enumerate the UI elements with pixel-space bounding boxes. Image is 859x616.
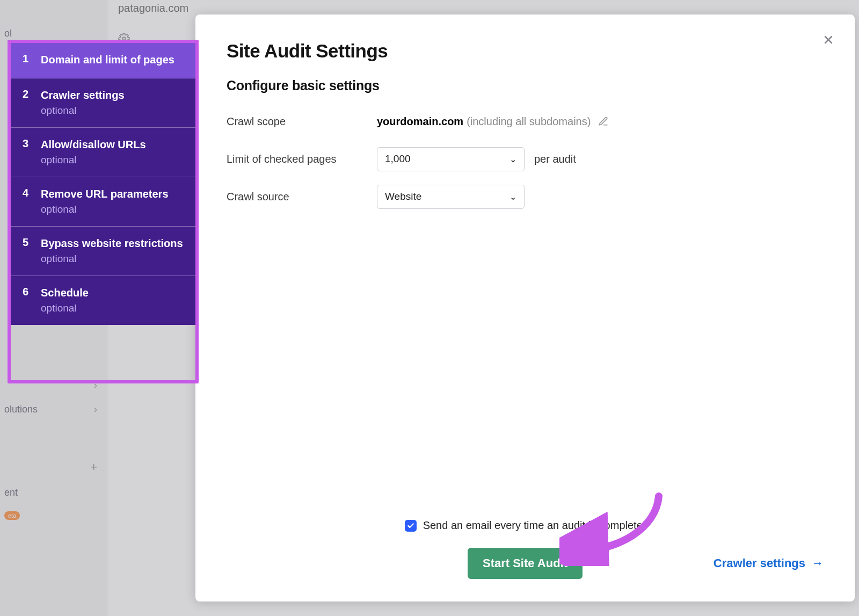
modal-title: Site Audit Settings (227, 40, 824, 62)
wizard-step-2[interactable]: 2Crawler settingsoptional (11, 78, 195, 128)
step-number: 2 (23, 88, 41, 100)
step-label: Allow/disallow URLs (41, 137, 184, 152)
crawl-scope-label: Crawl scope (227, 115, 377, 128)
settings-modal: Site Audit Settings Configure basic sett… (195, 15, 855, 601)
step-sublabel: optional (41, 105, 184, 117)
wizard-step-4[interactable]: 4Remove URL parametersoptional (11, 177, 195, 227)
crawler-settings-link[interactable]: Crawler settings → (714, 556, 824, 570)
modal-subtitle: Configure basic settings (227, 78, 824, 93)
start-audit-button[interactable]: Start Site Audit (468, 548, 583, 579)
step-number: 3 (23, 137, 41, 150)
step-number: 4 (23, 187, 41, 199)
step-label: Bypass website restrictions (41, 236, 184, 251)
step-label: Domain and limit of pages (41, 53, 184, 67)
chevron-down-icon: ⌄ (509, 154, 516, 164)
edit-icon[interactable] (598, 116, 609, 127)
limit-select[interactable]: 1,000 ⌄ (377, 147, 525, 171)
email-checkbox[interactable] (405, 520, 417, 532)
limit-label: Limit of checked pages (227, 153, 377, 165)
step-number: 1 (23, 53, 41, 65)
wizard-step-3[interactable]: 3Allow/disallow URLsoptional (11, 128, 195, 177)
step-sublabel: optional (41, 154, 184, 166)
crawl-scope-value: yourdomain.com(including all subdomains) (377, 115, 609, 128)
email-label: Send an email every time an audit is com… (423, 519, 646, 532)
per-audit-label: per audit (534, 153, 576, 165)
wizard-steps-nav: 1Domain and limit of pages2Crawler setti… (11, 43, 195, 325)
step-label: Crawler settings (41, 88, 184, 103)
modal-footer: Send an email every time an audit is com… (227, 519, 824, 579)
settings-form: Crawl scope yourdomain.com(including all… (227, 107, 824, 211)
wizard-step-6[interactable]: 6Scheduleoptional (11, 276, 195, 325)
step-sublabel: optional (41, 302, 184, 314)
step-sublabel: optional (41, 204, 184, 215)
step-label: Remove URL parameters (41, 187, 184, 201)
step-sublabel: optional (41, 253, 184, 265)
step-number: 5 (23, 236, 41, 249)
arrow-right-icon: → (812, 556, 824, 570)
source-select[interactable]: Website ⌄ (377, 185, 525, 209)
step-number: 6 (23, 286, 41, 298)
step-label: Schedule (41, 286, 184, 300)
source-label: Crawl source (227, 191, 377, 203)
close-button[interactable] (818, 30, 839, 50)
chevron-down-icon: ⌄ (509, 192, 516, 202)
wizard-step-5[interactable]: 5Bypass website restrictionsoptional (11, 227, 195, 276)
wizard-step-1[interactable]: 1Domain and limit of pages (11, 43, 195, 78)
